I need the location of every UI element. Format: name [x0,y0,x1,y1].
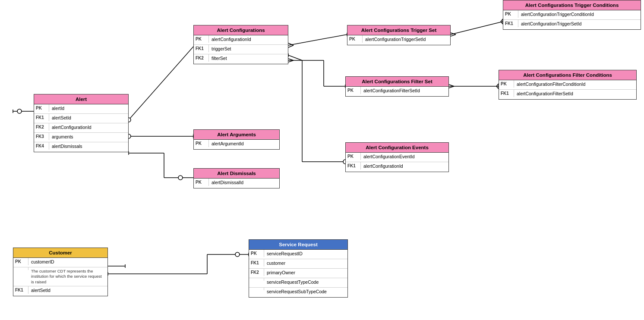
key-label: FK1 [346,162,361,169]
field-value: alertConfigurationId [361,162,448,170]
diagram-canvas: Alert Configurations Trigger Conditions … [0,0,644,320]
key-label: FK1 [503,20,518,27]
key-label: PK [194,140,209,147]
key-label: FK1 [194,45,209,52]
key-label [249,278,264,281]
entity-alert-configurations-filter-conditions: Alert Configurations Filter Conditions P… [499,70,637,100]
key-label: PK [499,80,514,88]
svg-point-37 [178,176,183,180]
entity-alert-dismissals: Alert Dismissals PK alertDismissalId [193,168,280,188]
entity-alert: Alert PK alertId FK1 alertSetId FK2 aler… [34,94,129,152]
svg-line-0 [288,35,347,45]
key-label: PK [249,250,264,257]
entity-alert-arguments: Alert Arguments PK alertArgumentId [193,129,280,150]
table-row: FK1 alertSetId [34,114,128,123]
key-label: PK [503,10,518,18]
key-label: PK [346,153,361,160]
field-value: alertConfigurationEventId [361,153,448,160]
field-value: triggerSet [209,45,288,53]
key-label: FK2 [249,269,264,276]
table-row: FK1 alertConfigurationId [346,162,448,172]
field-value: alertConfigurationTriggerSetId [518,20,641,28]
field-value: filterSet [209,54,288,62]
entity-alert-configurations: Alert Configurations PK alertConfigurati… [193,25,288,64]
svg-line-7 [288,59,294,60]
entity-header: Alert Configuration Events [346,143,448,153]
table-row: FK1 alertConfigurationTriggerSetId [503,20,641,29]
key-label [13,267,28,270]
field-value: alertConfigurationFilterSetId [361,87,448,94]
table-row: PK alertConfigurationTriggerSetId [347,35,450,45]
svg-point-39 [17,109,22,113]
svg-line-1 [288,43,294,45]
entity-header: Alert Dismissals [194,169,279,179]
field-value: alertConfigurationFilterConditionId [514,80,636,88]
table-row: FK1 triggerSet [194,45,288,54]
table-row: FK2 primaryOwner [249,269,347,278]
table-row: PK customerID [13,258,107,267]
key-label: FK1 [499,90,514,97]
field-value: customer [264,259,347,267]
field-value: customerID [28,258,107,266]
table-row: PK alertConfigurationEventId [346,153,448,162]
field-value: alertSetId [49,114,128,122]
field-value: alertConfigurationTriggerConditionId [518,10,641,18]
table-row: FK2 alertConfigurationId [34,123,128,133]
entity-alert-configurations-filter-set: Alert Configurations Filter Set PK alert… [345,76,449,97]
svg-line-43 [288,55,302,60]
table-row: FK1 alertSetId [13,286,107,296]
entity-header: Alert Configurations Trigger Set [347,25,450,35]
table-row: PK alertId [34,104,128,114]
field-value: alertDismissalId [209,179,279,186]
key-label [249,288,264,290]
table-row: PK alertConfigurationTriggerConditionId [503,10,641,20]
entity-header: Alert Configurations Filter Set [346,77,448,87]
table-row: FK2 filterSet [194,54,288,64]
svg-line-11 [451,33,456,35]
svg-line-22 [129,47,193,120]
entity-header: Alert Configurations Filter Conditions [499,70,636,80]
entity-header: Service Request [249,240,347,250]
table-row: FK3 arguments [34,133,128,142]
table-row: PK alertDismissalId [194,179,279,188]
key-label: PK [34,104,49,112]
key-label: PK [347,35,363,43]
entity-header: Alert [34,94,128,104]
entity-service-request: Service Request PK serviceRequestID FK1 … [249,239,348,298]
entity-header: Alert Configurations Trigger Conditions [503,0,641,10]
key-label: PK [194,179,209,186]
field-value: alertConfigurationId [209,35,288,43]
entity-alert-configuration-events: Alert Configuration Events PK alertConfi… [345,142,449,172]
key-label: FK3 [34,133,49,140]
field-value: primaryOwner [264,269,347,276]
key-label: FK1 [249,259,264,267]
field-value: alertDismissals [49,142,128,150]
field-value: alertConfigurationFilterSetId [514,90,636,97]
svg-line-2 [288,45,294,47]
key-label: PK [346,87,361,94]
key-label: FK2 [34,123,49,131]
field-value: alertArgumentId [209,140,279,147]
table-row: PK alertConfigurationFilterSetId [346,87,448,96]
svg-point-50 [235,252,240,257]
field-value: serviceRequestTypeCode [264,278,347,286]
entity-alert-configurations-trigger-set: Alert Configurations Trigger Set PK aler… [347,25,451,45]
table-row: FK1 alertConfigurationFilterSetId [499,90,636,99]
table-row: serviceRequestSubTypeCode [249,288,347,297]
svg-line-18 [449,86,454,88]
svg-line-10 [451,22,503,35]
table-row: PK alertArgumentId [194,140,279,149]
table-row: PK serviceRequestID [249,250,347,259]
field-value: serviceRequestSubTypeCode [264,288,347,295]
key-label: FK1 [13,286,28,294]
entity-header: Alert Arguments [194,130,279,140]
key-label: FK4 [34,142,49,150]
entity-alert-configurations-trigger-conditions: Alert Configurations Trigger Conditions … [503,0,641,30]
field-value: alertSetId [28,286,107,294]
entity-customer: Customer PK customerID The customer CDT … [13,248,108,296]
table-row: PK alertConfigurationFilterConditionId [499,80,636,90]
key-label: FK1 [34,114,49,121]
svg-line-8 [288,60,294,62]
key-label: PK [13,258,28,265]
table-row: FK1 customer [249,259,347,269]
